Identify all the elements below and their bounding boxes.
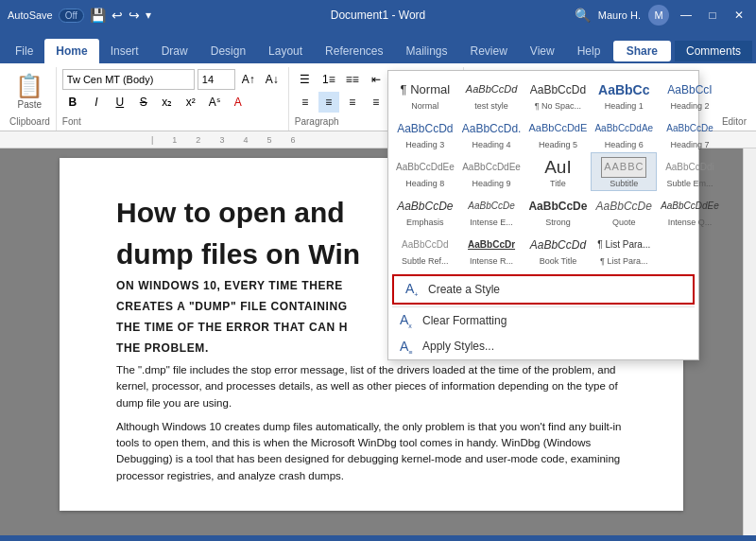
tab-references[interactable]: References [314, 39, 394, 63]
style-20-subtle-ref[interactable]: AaBbCcDd Subtle Ref... [392, 230, 458, 269]
tab-file[interactable]: File [4, 39, 44, 63]
tab-layout[interactable]: Layout [257, 39, 314, 63]
style-5-h3[interactable]: AaBbCcDd Heading 3 [392, 113, 458, 152]
increase-font-icon[interactable]: A↑ [238, 69, 259, 90]
style-6-h4[interactable]: AaBbCcDd. Heading 4 [458, 113, 525, 152]
comments-button[interactable]: Comments [675, 41, 752, 61]
style-12-title[interactable]: AuI Title [524, 152, 591, 191]
style-17-strong[interactable]: AaBbCcDe Strong [524, 191, 591, 230]
close-btn[interactable]: ✕ [730, 6, 748, 25]
search-icon[interactable]: 🔍 [575, 8, 591, 23]
tab-home[interactable]: Home [44, 39, 98, 63]
style-3-h1[interactable]: AaBbCc Heading 1 [591, 75, 657, 113]
subscript-button[interactable]: x₂ [157, 92, 178, 113]
undo-icon[interactable]: ↩ [112, 8, 123, 23]
clear-formatting-icon: Ax [400, 312, 415, 329]
style-2-nospace[interactable]: AaBbCcDd ¶ No Spac... [524, 75, 591, 113]
create-style-label: Create a Style [428, 283, 500, 296]
style-0-normal[interactable]: ¶ Normal Normal [392, 75, 458, 113]
paste-icon: 📋 [15, 73, 43, 99]
tab-help[interactable]: Help [566, 39, 612, 63]
style-18-quote[interactable]: AaBbCcDe Quote [591, 191, 657, 230]
create-style-item[interactable]: A+ Create a Style [394, 276, 693, 303]
tab-mailings[interactable]: Mailings [394, 39, 458, 63]
user-name: Mauro H. [598, 9, 641, 21]
style-8-h6[interactable]: AaBbCcDdAe Heading 6 [591, 113, 657, 152]
justify-button[interactable]: ≡ [366, 92, 387, 113]
minimize-btn[interactable]: — [677, 6, 696, 25]
paste-button[interactable]: 📋 Paste [9, 69, 49, 113]
status-bar: Page 1 of 1 142 words Focus ⊞ 100% [0, 535, 756, 541]
bold-button[interactable]: B [62, 92, 83, 113]
title-bar: AutoSave Off 💾 ↩ ↪ ▾ Document1 - Word 🔍 … [0, 0, 756, 30]
save-icon[interactable]: 💾 [90, 8, 106, 23]
redo-icon[interactable]: ↪ [129, 8, 140, 23]
style-7-h5[interactable]: AaBbCcDdE Heading 5 [524, 113, 591, 152]
strikethrough-button[interactable]: S [133, 92, 154, 113]
font-group: A↑ A↓ B I U S x₂ x² Aˢ A Font [57, 67, 289, 131]
style-19-intense-q[interactable]: AaBbCcDdEe Intense Q... [657, 191, 723, 230]
bullets-button[interactable]: ☰ [295, 69, 316, 90]
clear-formatting-item[interactable]: Ax Clear Formatting [388, 307, 698, 334]
tab-insert[interactable]: Insert [99, 39, 150, 63]
style-4-h2[interactable]: AaBbCcI Heading 2 [657, 75, 723, 113]
autosave-label: AutoSave [8, 9, 53, 21]
multilevel-button[interactable]: ≡≡ [342, 69, 363, 90]
user-avatar: M [648, 5, 669, 26]
styles-grid-filler [657, 230, 713, 269]
apply-styles-item[interactable]: A≡ Apply Styles... [388, 334, 698, 360]
share-button[interactable]: Share [613, 41, 671, 61]
tab-draw[interactable]: Draw [150, 39, 199, 63]
maximize-btn[interactable]: □ [703, 6, 722, 25]
doc-para-2: Although Windows 10 creates dump files a… [116, 419, 627, 484]
align-center-button[interactable]: ≡ [318, 92, 339, 113]
apply-styles-label: Apply Styles... [422, 340, 494, 353]
superscript-button[interactable]: x² [180, 92, 201, 113]
align-left-button[interactable]: ≡ [295, 92, 316, 113]
clipboard-label: Clipboard [9, 114, 50, 129]
style-9-h7[interactable]: AaBbCcDe Heading 7 [657, 113, 723, 152]
align-right-button[interactable]: ≡ [342, 92, 363, 113]
italic-button[interactable]: I [86, 92, 107, 113]
font-label: Font [62, 114, 283, 129]
decrease-font-icon[interactable]: A↓ [262, 69, 283, 90]
tab-view[interactable]: View [519, 39, 566, 63]
font-color-button[interactable]: A [228, 92, 249, 113]
tab-design[interactable]: Design [199, 39, 257, 63]
clipboard-group: 📋 Paste Clipboard [4, 67, 57, 131]
underline-button[interactable]: U [110, 92, 130, 113]
scrollbar[interactable] [743, 148, 756, 535]
style-22-book-title[interactable]: AaBbCcDd Book Title [524, 230, 591, 269]
style-11-h9[interactable]: AaBbCcDdEe Heading 9 [458, 152, 525, 191]
font-name-input[interactable] [62, 69, 195, 90]
styles-gallery-dropdown: ¶ Normal Normal AaBbCcDd test style AaBb… [387, 70, 699, 360]
style-14-subtle[interactable]: AaBbCcDdi Subtle Em... [657, 152, 723, 191]
ribbon-tabs: File Home Insert Draw Design Layout Refe… [0, 30, 756, 63]
style-16-intense-e[interactable]: AaBbCcDe Intense E... [458, 191, 525, 230]
numbering-button[interactable]: 1≡ [318, 69, 339, 90]
clear-formatting-label: Clear Formatting [422, 314, 507, 327]
style-13-subtitle[interactable]: AABBC Subtitle [591, 152, 657, 191]
more-icon[interactable]: ▾ [146, 9, 151, 22]
apply-styles-icon: A≡ [400, 339, 415, 356]
title-bar-right: 🔍 Mauro H. M — □ ✕ [575, 5, 748, 26]
create-style-highlighted[interactable]: A+ Create a Style [392, 274, 695, 305]
create-style-icon: A+ [405, 281, 421, 298]
style-21-intense-r[interactable]: AaBbCcDr Intense R... [458, 230, 525, 269]
autosave-toggle[interactable]: Off [59, 9, 84, 23]
outdent-button[interactable]: ⇤ [366, 69, 387, 90]
styles-grid: ¶ Normal Normal AaBbCcDd test style AaBb… [388, 71, 698, 272]
doc-para-1: The ".dmp" file includes the stop error … [116, 362, 627, 411]
document-title: Document1 - Word [331, 9, 425, 22]
style-23-list-para[interactable]: ¶ List Para... ¶ List Para... [591, 230, 657, 269]
clear-format-button[interactable]: Aˢ [204, 92, 225, 113]
font-size-input[interactable] [198, 69, 235, 90]
style-1-test[interactable]: AaBbCcDd test style [458, 75, 525, 113]
style-10-h8[interactable]: AaBbCcDdEe Heading 8 [392, 152, 458, 191]
tab-review[interactable]: Review [459, 39, 519, 63]
title-bar-left: AutoSave Off 💾 ↩ ↪ ▾ [8, 8, 151, 23]
style-15-emphasis[interactable]: AaBbCcDe Emphasis [392, 191, 458, 230]
